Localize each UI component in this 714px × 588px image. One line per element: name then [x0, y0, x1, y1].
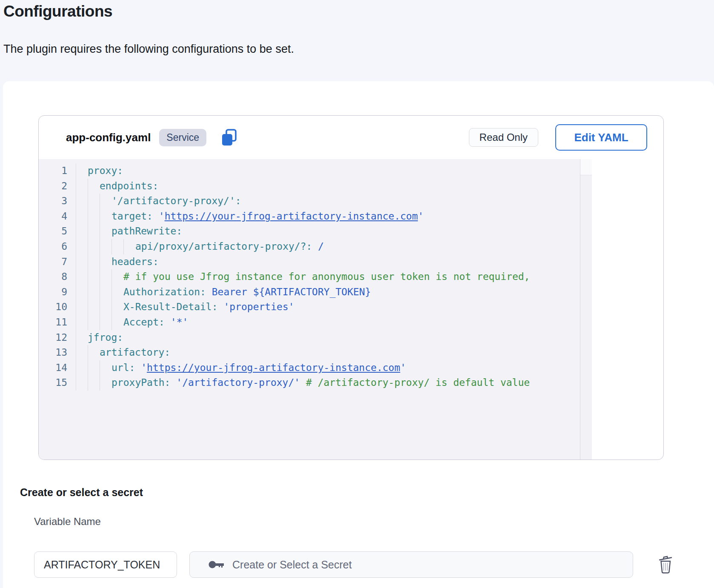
code-line: 11Accept: '*': [39, 315, 580, 330]
code-token: Accept:: [123, 317, 165, 328]
editor-header: app-config.yaml Service Read Only Edit Y…: [39, 116, 663, 159]
code-line-content: api/proxy/artifactory-proxy/?: /: [76, 239, 324, 254]
indent-guide: [100, 194, 111, 209]
secret-select-field[interactable]: [189, 551, 633, 578]
variable-name-input[interactable]: [34, 551, 177, 578]
indent-guide: [88, 360, 100, 376]
code-line: 3'/artifactory-proxy/':: [39, 194, 580, 209]
variable-name-label: Variable Name: [34, 516, 101, 528]
code-line: 15proxyPath: '/artifactory-proxy/' # /ar…: [39, 375, 580, 391]
indent-guide: [100, 300, 111, 315]
code-line: 14url: 'https://your-jfrog-artifactory-i…: [39, 360, 580, 376]
code-line: 10X-Result-Detail: 'properties': [39, 300, 580, 315]
line-number: 15: [39, 375, 67, 391]
config-card: app-config.yaml Service Read Only Edit Y…: [38, 115, 664, 460]
edit-yaml-button[interactable]: Edit YAML: [555, 124, 647, 151]
line-number: 7: [39, 254, 67, 270]
read-only-button[interactable]: Read Only: [469, 128, 538, 147]
indent-guide: [100, 285, 111, 300]
code-token: proxy:: [88, 165, 123, 176]
line-number: 6: [39, 239, 67, 254]
indent-guide: [100, 209, 111, 224]
indent-guide: [88, 285, 100, 300]
scrollbar-thumb[interactable]: [580, 159, 592, 175]
indent-guide: [88, 239, 100, 254]
code-token: ': [418, 211, 424, 222]
code-line-content: artifactory:: [76, 345, 170, 360]
indent-guide: [88, 345, 100, 360]
code-line-content: target: 'https://your-jfrog-artifactory-…: [76, 209, 424, 224]
code-token: # /artifactory-proxy/ is default value: [300, 377, 530, 388]
code-line: 2endpoints:: [39, 179, 580, 194]
line-number: 2: [39, 179, 67, 194]
indent-guide: [111, 300, 123, 315]
code-line: 12jfrog:: [39, 330, 580, 345]
code-line-content: Accept: '*': [76, 315, 188, 330]
file-name: app-config.yaml: [66, 131, 151, 144]
editor-header-actions: Read Only Edit YAML: [469, 116, 647, 159]
code-token: Bearer ${ARTIFACTORY_TOKEN}: [206, 286, 371, 297]
code-link[interactable]: https://your-jfrog-artifactory-instance.…: [165, 211, 418, 222]
code-token: url:: [111, 362, 135, 373]
indent-guide: [100, 360, 111, 376]
indent-guide: [100, 224, 111, 239]
code-line: 4target: 'https://your-jfrog-artifactory…: [39, 209, 580, 224]
code-token: artifactory:: [100, 347, 170, 358]
code-line: 5pathRewrite:: [39, 224, 580, 239]
code-token: headers:: [111, 256, 159, 267]
copy-icon-glyph: [221, 128, 238, 146]
vertical-scrollbar[interactable]: [580, 159, 592, 460]
indent-guide: [88, 375, 100, 391]
code-line-content: endpoints:: [76, 179, 158, 194]
code-line: 1proxy:: [39, 163, 580, 179]
indent-guide: [100, 375, 111, 391]
line-number: 3: [39, 194, 67, 209]
code-line-content: '/artifactory-proxy/':: [76, 194, 241, 209]
code-token: ': [153, 211, 165, 222]
code-token: jfrog:: [88, 332, 123, 343]
code-line-content: pathRewrite:: [76, 224, 182, 239]
service-badge: Service: [159, 129, 206, 146]
indent-guide: [88, 254, 100, 270]
secret-section-heading: Create or select a secret: [20, 486, 143, 499]
copy-icon[interactable]: [221, 128, 238, 146]
indent-guide: [100, 269, 111, 285]
code-line: 6api/proxy/artifactory-proxy/?: /: [39, 239, 580, 254]
code-token: api/proxy/artifactory-proxy/?:: [135, 241, 312, 252]
code-line-content: # if you use Jfrog instance for anonymou…: [76, 269, 530, 285]
indent-guide: [88, 209, 100, 224]
code-token: 'properties': [218, 301, 294, 312]
code-line: 9Authorization: Bearer ${ARTIFACTORY_TOK…: [39, 285, 580, 300]
code-token: ': [135, 362, 147, 373]
content-panel: app-config.yaml Service Read Only Edit Y…: [3, 81, 714, 588]
indent-guide: [111, 269, 123, 285]
page-subtitle: The plugin requires the following config…: [3, 43, 294, 56]
yaml-editor[interactable]: 1proxy:2endpoints:3'/artifactory-proxy/'…: [39, 159, 592, 460]
line-number: 9: [39, 285, 67, 300]
indent-guide: [111, 315, 123, 330]
code-token: pathRewrite:: [111, 225, 182, 237]
code-token: '/artifactory-proxy/':: [111, 195, 241, 206]
line-number: 12: [39, 330, 67, 345]
key-icon: [208, 560, 225, 569]
code-line-content: proxy:: [76, 163, 123, 179]
code-line: 7headers:: [39, 254, 580, 270]
code-lines: 1proxy:2endpoints:3'/artifactory-proxy/'…: [39, 159, 580, 460]
line-number: 1: [39, 163, 67, 179]
code-token: proxyPath:: [111, 377, 170, 388]
indent-guide: [123, 239, 135, 254]
code-token: Authorization:: [123, 286, 206, 297]
indent-guide: [88, 315, 100, 330]
indent-guide: [88, 269, 100, 285]
trash-icon[interactable]: [657, 554, 675, 575]
line-number: 13: [39, 345, 67, 360]
code-token: endpoints:: [100, 180, 158, 191]
indent-guide: [100, 254, 111, 270]
page-title: Configurations: [3, 3, 112, 20]
code-line-content: Authorization: Bearer ${ARTIFACTORY_TOKE…: [76, 285, 371, 300]
code-link[interactable]: https://your-jfrog-artifactory-instance.…: [147, 362, 400, 373]
line-number: 5: [39, 224, 67, 239]
code-line: 13artifactory:: [39, 345, 580, 360]
secret-select-input[interactable]: [232, 559, 633, 571]
code-token: /: [312, 241, 324, 252]
